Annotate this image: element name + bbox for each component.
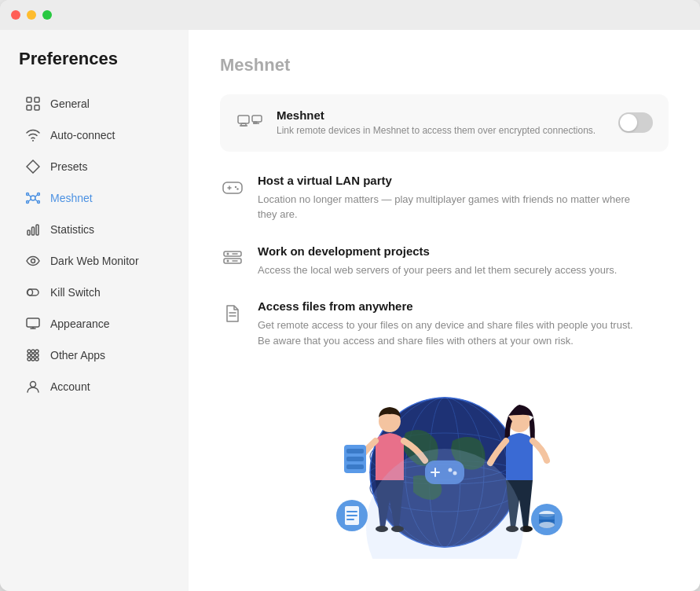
svg-point-32 — [35, 358, 38, 361]
meshnet-toggle-desc: Link remote devices in Meshnet to access… — [277, 124, 606, 138]
svg-rect-3 — [35, 105, 39, 110]
svg-rect-67 — [346, 449, 364, 453]
svg-line-12 — [35, 195, 38, 197]
svg-marker-5 — [27, 160, 39, 173]
feature-dev-projects-desc: Access the local web servers of your pee… — [258, 262, 617, 278]
sidebar-item-meshnet-label: Meshnet — [50, 192, 93, 204]
content-area: Preferences General — [0, 30, 700, 591]
svg-point-4 — [32, 140, 34, 141]
feature-files-anywhere: Access files from anywhere Get remote ac… — [220, 299, 669, 348]
meshnet-icon — [25, 190, 41, 206]
svg-rect-0 — [27, 97, 31, 102]
meshnet-card-icon — [236, 108, 264, 137]
sidebar-item-auto-connect[interactable]: Auto-connect — [6, 119, 182, 151]
svg-point-24 — [27, 350, 31, 353]
meshnet-toggle-title: Meshnet — [277, 108, 606, 122]
sidebar-item-meshnet[interactable]: Meshnet — [6, 182, 182, 214]
feature-dev-projects-content: Work on development projects Access the … — [258, 244, 617, 278]
svg-point-18 — [31, 259, 35, 263]
feature-files-anywhere-title: Access files from anywhere — [258, 299, 635, 313]
wifi-icon — [25, 127, 41, 143]
minimize-button[interactable] — [27, 10, 36, 20]
feature-lan-party-desc: Location no longer matters — play multip… — [258, 192, 635, 222]
sidebar-item-statistics-label: Statistics — [50, 223, 94, 236]
feature-lan-party-content: Host a virtual LAN party Location no lon… — [258, 174, 635, 222]
svg-point-44 — [236, 188, 238, 189]
sidebar-item-dark-web-monitor-label: Dark Web Monitor — [50, 255, 139, 267]
svg-rect-68 — [346, 457, 364, 461]
svg-point-28 — [31, 354, 35, 357]
sidebar-item-presets[interactable]: Presets — [6, 151, 182, 182]
svg-point-48 — [227, 259, 229, 262]
file-icon — [220, 301, 245, 326]
meshnet-toggle-text: Meshnet Link remote devices in Meshnet t… — [277, 108, 606, 138]
svg-rect-2 — [27, 105, 31, 110]
sidebar-item-account-label: Account — [50, 380, 90, 393]
server-icon — [220, 246, 245, 271]
gamepad-icon — [220, 175, 245, 200]
svg-point-33 — [31, 382, 36, 387]
svg-rect-40 — [223, 182, 242, 193]
svg-rect-16 — [32, 227, 35, 235]
bar-chart-icon — [25, 222, 41, 237]
sidebar-item-general[interactable]: General — [6, 88, 182, 119]
meshnet-toggle-card: Meshnet Link remote devices in Meshnet t… — [220, 94, 669, 152]
svg-rect-17 — [36, 225, 38, 235]
svg-rect-21 — [27, 318, 39, 327]
sidebar-item-statistics[interactable]: Statistics — [6, 214, 182, 245]
sidebar-item-kill-switch-label: Kill Switch — [50, 286, 101, 299]
svg-rect-15 — [27, 230, 30, 235]
main-content: Meshnet Meshnet Link remote devices in — [189, 30, 700, 591]
diamond-icon — [25, 159, 41, 174]
svg-point-27 — [27, 354, 31, 357]
sidebar-item-dark-web-monitor[interactable]: Dark Web Monitor — [6, 245, 182, 277]
svg-point-29 — [35, 354, 38, 357]
sidebar-item-presets-label: Presets — [50, 160, 87, 173]
close-button[interactable] — [11, 10, 20, 20]
sidebar-item-auto-connect-label: Auto-connect — [50, 129, 115, 141]
svg-point-43 — [235, 186, 236, 188]
app-window: Preferences General — [0, 0, 700, 591]
sidebar-title: Preferences — [0, 49, 189, 88]
svg-rect-69 — [346, 464, 364, 469]
sidebar: Preferences General — [0, 30, 189, 591]
svg-rect-1 — [35, 97, 39, 102]
feature-files-anywhere-content: Access files from anywhere Get remote ac… — [258, 299, 635, 348]
svg-rect-34 — [238, 116, 249, 123]
svg-line-13 — [28, 200, 31, 202]
page-title: Meshnet — [220, 55, 669, 75]
sidebar-item-other-apps[interactable]: Other Apps — [6, 340, 182, 371]
eye-icon — [25, 253, 41, 269]
svg-point-6 — [31, 196, 35, 200]
sidebar-item-other-apps-label: Other Apps — [50, 349, 105, 362]
sidebar-item-general-label: General — [50, 97, 90, 110]
sidebar-item-account[interactable]: Account — [6, 371, 182, 402]
svg-rect-37 — [252, 116, 262, 122]
zoom-button[interactable] — [42, 10, 52, 20]
titlebar — [0, 0, 700, 30]
grid-icon — [25, 96, 41, 112]
feature-lan-party-title: Host a virtual LAN party — [258, 174, 635, 187]
apps-icon — [25, 347, 41, 363]
svg-point-47 — [227, 252, 229, 255]
sidebar-item-appearance-label: Appearance — [50, 318, 110, 330]
svg-line-11 — [28, 195, 31, 197]
feature-lan-party: Host a virtual LAN party Location no lon… — [220, 174, 669, 222]
meshnet-illustration — [288, 370, 602, 559]
feature-dev-projects: Work on development projects Access the … — [220, 244, 669, 278]
feature-dev-projects-title: Work on development projects — [258, 244, 617, 258]
svg-line-14 — [35, 200, 38, 202]
feature-files-anywhere-desc: Get remote access to your files on any d… — [258, 318, 635, 348]
switch-icon — [25, 284, 41, 300]
meshnet-toggle[interactable] — [618, 112, 653, 133]
svg-point-30 — [27, 358, 31, 361]
account-icon — [25, 379, 41, 395]
sidebar-item-kill-switch[interactable]: Kill Switch — [6, 277, 182, 308]
sidebar-item-appearance[interactable]: Appearance — [6, 308, 182, 340]
monitor-icon — [25, 316, 41, 332]
svg-point-25 — [31, 350, 35, 353]
svg-point-26 — [35, 350, 38, 353]
svg-point-31 — [31, 358, 35, 361]
svg-point-80 — [539, 522, 555, 528]
illustration — [220, 370, 669, 559]
